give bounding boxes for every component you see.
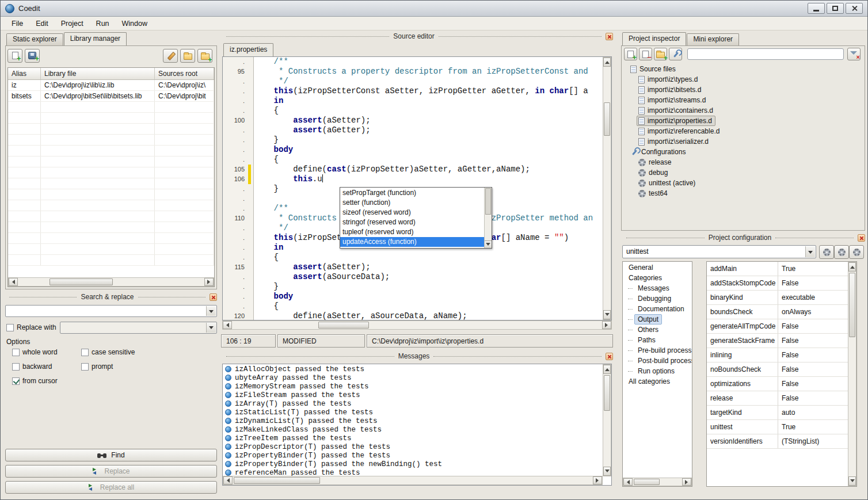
- column-header[interactable]: Library file: [41, 68, 155, 79]
- replace-button[interactable]: Replace: [5, 465, 217, 478]
- property-value[interactable]: onAlways: [778, 305, 848, 319]
- tab-library-manager[interactable]: Library manager: [64, 32, 127, 45]
- add-library-button[interactable]: [7, 49, 22, 63]
- menu-run[interactable]: Run: [90, 18, 116, 29]
- minimize-button[interactable]: [808, 3, 825, 14]
- table-row[interactable]: [8, 222, 214, 233]
- message-row[interactable]: izAllocObject passed the tests: [223, 365, 603, 373]
- completion-item[interactable]: updateAccess (function): [340, 237, 484, 247]
- message-row[interactable]: izDynamicList(T) passed the tests: [223, 417, 603, 425]
- property-value[interactable]: executable: [778, 291, 848, 304]
- inspector-filter-input[interactable]: [687, 48, 844, 60]
- category-item[interactable]: Pre-build process: [623, 345, 692, 356]
- grid-vscrollbar[interactable]: [848, 262, 856, 486]
- message-row[interactable]: referenceMan passed the tests: [223, 468, 603, 476]
- scroll-track[interactable]: [233, 476, 593, 484]
- scroll-track[interactable]: [603, 67, 611, 310]
- scroll-up-button[interactable]: [603, 365, 611, 374]
- scroll-down-button[interactable]: [603, 467, 611, 476]
- scroll-thumb[interactable]: [604, 102, 610, 136]
- table-row[interactable]: [8, 244, 214, 255]
- scroll-right-button[interactable]: [593, 476, 602, 484]
- add-source-button[interactable]: [624, 48, 637, 60]
- property-row[interactable]: addMainTrue: [707, 262, 848, 276]
- replace-all-button[interactable]: Replace all: [5, 481, 217, 494]
- editor-close-button[interactable]: [606, 33, 613, 40]
- property-value[interactable]: False: [778, 348, 848, 362]
- search-dropdown-button[interactable]: [206, 306, 216, 316]
- scroll-thumb[interactable]: [50, 278, 113, 285]
- tree-item[interactable]: Source files: [623, 64, 863, 74]
- message-row[interactable]: izPropDescriptor(T) passed the tests: [223, 442, 603, 451]
- edit-config-button[interactable]: [819, 245, 834, 259]
- messages-close-button[interactable]: [606, 353, 613, 360]
- categories-hscrollbar[interactable]: [623, 478, 692, 486]
- property-value[interactable]: False: [778, 334, 848, 348]
- property-value[interactable]: False: [778, 319, 848, 333]
- message-row[interactable]: izPropertyBinder(T) passed the tests: [223, 451, 603, 460]
- add-source-folder-button[interactable]: [654, 48, 667, 60]
- tree-item[interactable]: Configurations: [623, 147, 863, 157]
- table-row[interactable]: [8, 102, 214, 113]
- search-close-button[interactable]: [210, 293, 217, 301]
- category-item[interactable]: Debugging: [623, 293, 692, 304]
- scroll-down-button[interactable]: [603, 310, 611, 319]
- tab-mini-explorer[interactable]: Mini explorer: [687, 33, 739, 45]
- completion-item[interactable]: stringof (reserved word): [340, 217, 484, 227]
- scroll-track[interactable]: [232, 321, 602, 329]
- tree-item[interactable]: release: [623, 157, 863, 167]
- property-row[interactable]: targetKindauto: [707, 406, 848, 420]
- message-row[interactable]: izMakeLinkedClass passed the tests: [223, 425, 603, 434]
- category-item[interactable]: Paths: [623, 335, 692, 345]
- table-row[interactable]: [8, 146, 214, 157]
- messages-hscrollbar[interactable]: [223, 476, 603, 485]
- add-library-folder-button[interactable]: [197, 49, 212, 63]
- scroll-left-button[interactable]: [623, 478, 633, 486]
- category-item[interactable]: Output: [623, 314, 692, 325]
- tab-project-inspector[interactable]: Project inspector: [622, 32, 686, 45]
- configuration-close-button[interactable]: [858, 234, 865, 242]
- message-row[interactable]: izTreeItem passed the tests: [223, 434, 603, 442]
- property-row[interactable]: generateStackFrameFalse: [707, 334, 848, 348]
- edit-library-button[interactable]: [163, 49, 178, 63]
- property-row[interactable]: boundsCheckonAlways: [707, 305, 848, 319]
- property-value[interactable]: False: [778, 362, 848, 376]
- tree-item[interactable]: import\iz\serializer.d: [623, 136, 863, 147]
- property-row[interactable]: unittestTrue: [707, 420, 848, 434]
- table-row[interactable]: [8, 233, 214, 244]
- table-row[interactable]: [8, 200, 214, 211]
- tab-static-explorer[interactable]: Static explorer: [6, 33, 63, 45]
- menu-edit[interactable]: Edit: [29, 18, 55, 29]
- property-row[interactable]: releaseFalse: [707, 391, 848, 406]
- column-header[interactable]: Alias: [8, 68, 41, 79]
- table-row[interactable]: izC:\Dev\dproj\iz\lib\iz.libC:\Dev\dproj…: [8, 80, 214, 91]
- search-term-combobox[interactable]: [5, 305, 217, 317]
- property-row[interactable]: generateAllTmpCodeFalse: [707, 319, 848, 334]
- configuration-dropdown-button[interactable]: [805, 246, 815, 257]
- scroll-right-button[interactable]: [602, 321, 611, 329]
- tree-item[interactable]: import\iz\containers.d: [623, 105, 863, 116]
- property-row[interactable]: addStackStompCodeFalse: [707, 276, 848, 291]
- scroll-thumb[interactable]: [318, 322, 369, 329]
- tree-item[interactable]: test64: [623, 188, 863, 199]
- category-item[interactable]: Others: [623, 325, 692, 335]
- message-row[interactable]: izStaticList(T) passed the tests: [223, 408, 603, 417]
- scroll-thumb[interactable]: [485, 188, 491, 215]
- property-value[interactable]: auto: [778, 406, 848, 419]
- menu-file[interactable]: File: [5, 18, 29, 29]
- checkbox-case-sensitive[interactable]: case sensitive: [81, 348, 215, 356]
- scroll-thumb[interactable]: [234, 477, 320, 484]
- table-row[interactable]: [8, 113, 214, 124]
- table-row[interactable]: bitsetsC:\Dev\dproj\bitSet\lib\bitsets.l…: [8, 91, 214, 102]
- table-row[interactable]: [8, 157, 214, 167]
- code-editor[interactable]: . /**95 * Constructs a property descript…: [222, 56, 612, 320]
- scroll-left-button[interactable]: [9, 278, 18, 286]
- find-button[interactable]: Find: [5, 449, 217, 461]
- replace-dropdown-button[interactable]: [206, 323, 216, 333]
- scroll-thumb[interactable]: [634, 479, 660, 485]
- category-item[interactable]: Categories: [623, 273, 692, 283]
- menu-project[interactable]: Project: [55, 18, 90, 29]
- message-row[interactable]: izPropertyBinder(T) passed the newBindin…: [223, 460, 603, 468]
- table-row[interactable]: [8, 178, 214, 189]
- scroll-down-button[interactable]: [485, 241, 492, 248]
